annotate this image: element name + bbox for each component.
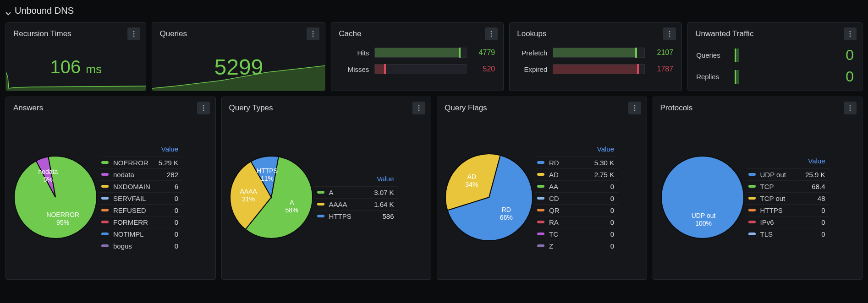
legend-color-icon: [748, 173, 756, 176]
legend-value: 5.29 K: [159, 159, 178, 167]
svg-point-9: [669, 31, 670, 32]
legend-row[interactable]: NXDOMAIN6: [99, 180, 182, 192]
svg-point-14: [849, 36, 851, 37]
panel-menu-button[interactable]: [197, 102, 210, 114]
legend-row[interactable]: AD2.75 K: [535, 168, 618, 180]
legend-name: NXDOMAIN: [113, 183, 170, 190]
legend-value: 0: [175, 195, 178, 202]
legend-color-icon: [537, 233, 544, 235]
bargauge-value: 4779: [472, 49, 495, 57]
legend-row[interactable]: Z0: [535, 240, 618, 252]
ellipsis-icon: [415, 104, 423, 112]
legend-value: 282: [167, 171, 178, 179]
legend-name: A: [329, 189, 370, 196]
legend-row[interactable]: REFUSED0: [99, 204, 182, 216]
legend-row[interactable]: UDP out25.9 K: [747, 168, 829, 180]
legend-value: 586: [382, 212, 394, 220]
bargauge-row: Expired1787: [518, 64, 673, 74]
unwanted-label: Queries: [696, 51, 728, 59]
legend-name: AAAA: [329, 200, 370, 208]
legend-name: FORMERR: [113, 218, 170, 226]
svg-point-17: [203, 110, 204, 111]
legend-row[interactable]: bogus0: [99, 240, 182, 252]
unwanted-value: 0: [746, 68, 854, 85]
legend-value: 68.4: [812, 183, 825, 190]
bargauge-row: Misses520: [340, 64, 495, 74]
legend-value: 0: [821, 230, 825, 238]
panel-menu-button[interactable]: [844, 102, 857, 114]
legend-name: TCP: [760, 183, 808, 190]
panel-title: Unwanted Traffic: [695, 29, 753, 38]
pie-chart: UDP out100%: [659, 153, 747, 241]
legend-row[interactable]: QR0: [535, 204, 618, 216]
panel-menu-button[interactable]: [628, 102, 641, 114]
legend-value: 0: [610, 183, 614, 190]
legend-value: 0: [610, 206, 614, 214]
panel-menu-button[interactable]: [663, 27, 676, 40]
panel-title: Query Flags: [445, 103, 487, 113]
legend-name: QR: [549, 206, 606, 214]
section-title: Unbound DNS: [15, 5, 74, 16]
legend-value: 0: [610, 195, 614, 202]
legend-value: 5.30 K: [594, 159, 614, 167]
legend-name: NOTIMPL: [113, 230, 170, 238]
bargauge-track: [374, 48, 467, 58]
svg-point-27: [661, 156, 744, 238]
legend-row[interactable]: RA0: [535, 216, 618, 228]
legend-row[interactable]: AA0: [535, 180, 618, 192]
bargauge-label: Hits: [340, 49, 369, 57]
ellipsis-icon: [309, 30, 317, 38]
panel-menu-button[interactable]: [127, 27, 140, 40]
svg-point-11: [669, 36, 670, 37]
section-header[interactable]: Unbound DNS: [5, 4, 863, 22]
legend-row[interactable]: CD0: [535, 192, 618, 204]
bargauge-track: [374, 64, 467, 74]
unwanted-row: Replies0: [696, 68, 854, 85]
legend-row[interactable]: HTTPS586: [315, 210, 398, 222]
legend-row[interactable]: HTTPS0: [747, 204, 829, 216]
bargauge-row: Prefetch2107: [518, 48, 673, 58]
legend-color-icon: [537, 185, 544, 188]
svg-point-4: [313, 33, 314, 35]
legend-row[interactable]: IPv60: [747, 216, 829, 228]
svg-point-24: [850, 105, 851, 107]
legend-color-icon: [748, 233, 756, 235]
legend-row[interactable]: A3.07 K: [315, 186, 398, 198]
legend-row[interactable]: SERVFAIL0: [99, 192, 182, 204]
legend-name: AA: [549, 183, 606, 190]
panel-title: Protocols: [660, 103, 693, 113]
svg-point-19: [418, 108, 420, 109]
panel-protocols: Protocols UDP out100% ValueUDP out25.9 K…: [653, 97, 863, 280]
legend-value: 0: [821, 218, 825, 226]
panel-menu-button[interactable]: [485, 27, 498, 40]
legend-name: nodata: [113, 171, 162, 179]
unwanted-bar: [735, 70, 739, 84]
legend-color-icon: [537, 244, 544, 247]
panel-menu-button[interactable]: [412, 102, 425, 114]
panel-menu-button[interactable]: [307, 27, 319, 40]
ellipsis-icon: [488, 30, 495, 38]
legend-row[interactable]: NOERROR5.29 K: [99, 157, 182, 168]
legend-row[interactable]: FORMERR0: [99, 216, 182, 228]
legend-name: HTTPS: [329, 212, 378, 220]
legend-row[interactable]: AAAA1.64 K: [315, 198, 398, 210]
svg-point-13: [849, 33, 851, 35]
legend-color-icon: [101, 161, 109, 164]
legend-name: IPv6: [760, 218, 817, 226]
legend-row[interactable]: TC0: [535, 228, 618, 240]
svg-point-18: [418, 105, 420, 107]
legend-row[interactable]: nodata282: [99, 168, 182, 180]
legend-value: 0: [610, 218, 614, 226]
pie-chart: RD66%AD34%: [443, 151, 535, 243]
pie-chart: NOERROR95%nodata5%: [11, 153, 99, 241]
legend-row[interactable]: TCP68.4: [747, 180, 829, 192]
svg-point-12: [849, 31, 851, 32]
legend-header: Value: [535, 143, 618, 157]
panel-menu-button[interactable]: [844, 27, 857, 40]
legend-row[interactable]: NOTIMPL0: [99, 228, 182, 240]
legend-row[interactable]: TCP out48: [747, 192, 829, 204]
panel-query-types: Query Types A58%AAAA31%HTTPS11% ValueA3.…: [221, 97, 432, 280]
legend-row[interactable]: RD5.30 K: [535, 157, 618, 168]
legend-row[interactable]: TLS0: [747, 228, 829, 240]
legend-name: RD: [549, 159, 590, 167]
